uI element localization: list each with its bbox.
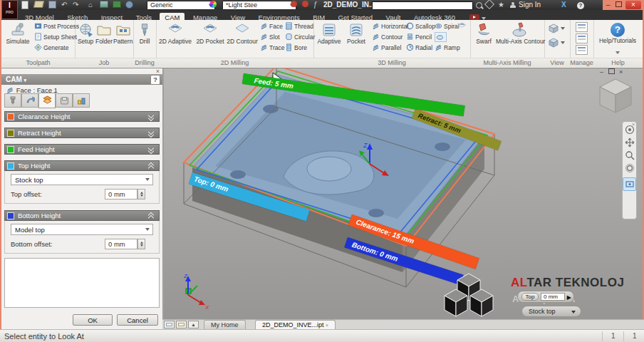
- 2d-pocket-button[interactable]: 2D Pocket: [194, 21, 226, 57]
- post-process-button[interactable]: Post Process: [34, 21, 79, 32]
- horizontal-button[interactable]: Horizontal: [372, 21, 408, 32]
- bottom-height-select[interactable]: Model top: [11, 224, 153, 235]
- trace-button[interactable]: Trace: [260, 43, 284, 53]
- generate-button[interactable]: Generate: [34, 43, 79, 53]
- face-button[interactable]: Face: [260, 21, 284, 32]
- collapse-icon[interactable]: [149, 162, 155, 170]
- tile-windows-icon[interactable]: [164, 321, 175, 328]
- top-offset-stepper[interactable]: [137, 189, 145, 200]
- panel-list-area[interactable]: [4, 258, 160, 308]
- orbit-red2-icon[interactable]: [302, 1, 308, 9]
- section-retract-height[interactable]: Retract Height: [4, 128, 160, 138]
- mini-top-value-input[interactable]: 0 mm: [541, 293, 565, 301]
- search-input[interactable]: [372, 1, 473, 10]
- undo-icon[interactable]: ↶: [61, 1, 67, 9]
- open-icon[interactable]: [34, 1, 43, 9]
- view-face-button[interactable]: [548, 37, 565, 51]
- parallel-button[interactable]: Parallel: [372, 43, 408, 53]
- section-clearance-height[interactable]: Clearance Height: [4, 111, 160, 122]
- mini-stock-select[interactable]: Stock top: [521, 306, 581, 317]
- top-offset-input[interactable]: 0 mm: [105, 189, 137, 200]
- color-wheel-icon[interactable]: [209, 1, 217, 9]
- doc-tab-part-file[interactable]: 2D_DEMO_INVE...ipt ×: [255, 320, 336, 330]
- setup-button[interactable]: Setup: [76, 21, 95, 57]
- material-select[interactable]: Generic: [147, 1, 215, 10]
- manage-tools-button[interactable]: [576, 33, 588, 43]
- panel-header[interactable]: CAM ▾: [1, 74, 162, 85]
- doc-minimize-icon[interactable]: –: [600, 68, 603, 76]
- bottom-offset-input[interactable]: 0 mm: [105, 239, 137, 249]
- sign-in-button[interactable]: Sign In: [519, 1, 541, 9]
- expand-icon[interactable]: [149, 130, 155, 137]
- ok-button[interactable]: OK: [73, 314, 113, 326]
- contour-button[interactable]: Contour: [372, 32, 408, 43]
- globe-icon[interactable]: [125, 1, 133, 9]
- expand-icon[interactable]: [149, 146, 155, 153]
- help-icon[interactable]: ?: [577, 1, 584, 9]
- 2d-adaptive-button[interactable]: 2D Adaptive: [157, 21, 193, 57]
- tab-linking[interactable]: [56, 93, 73, 108]
- favorites-star-icon[interactable]: ★: [498, 1, 504, 9]
- cascade-windows-icon[interactable]: [176, 321, 187, 328]
- slot-button[interactable]: Slot: [260, 32, 284, 43]
- mini-next-icon[interactable]: ▶: [567, 294, 571, 301]
- view-orientation-button[interactable]: [548, 23, 565, 37]
- help-tutorials-button[interactable]: ? Help/Tutorials: [596, 21, 639, 57]
- pattern-button[interactable]: Pattern: [113, 21, 133, 57]
- expand-tabs-icon[interactable]: ▲: [188, 321, 199, 328]
- folder-button[interactable]: Folder: [95, 21, 113, 57]
- swarf-button[interactable]: Swarf: [472, 21, 496, 57]
- pan-icon[interactable]: [625, 138, 635, 147]
- look-at-button[interactable]: [623, 177, 636, 191]
- thread-button[interactable]: Thread: [285, 21, 315, 32]
- snap-icon[interactable]: [486, 1, 493, 9]
- panel-help-button[interactable]: ?: [150, 75, 160, 85]
- spiral-button[interactable]: Spiral: [435, 21, 460, 32]
- circular-button[interactable]: Circular: [285, 32, 315, 43]
- fx-icon[interactable]: ƒ: [313, 1, 318, 9]
- section-bottom-height[interactable]: Bottom Height: [4, 210, 160, 221]
- redo-icon[interactable]: ↷: [73, 1, 78, 9]
- radial-button[interactable]: Radial: [406, 43, 435, 53]
- zoom-icon[interactable]: [625, 150, 635, 160]
- orbit-red-icon[interactable]: [291, 1, 297, 9]
- navigation-bar[interactable]: ×: [622, 121, 637, 219]
- scallop-button[interactable]: Scallop: [406, 21, 435, 32]
- doc-tab-close-icon[interactable]: ×: [326, 323, 328, 328]
- adaptive-button[interactable]: Adaptive: [315, 21, 343, 57]
- tab-heights[interactable]: [38, 93, 56, 108]
- mini-top-button[interactable]: Top: [521, 293, 539, 301]
- viewcube[interactable]: [600, 79, 631, 113]
- pocket-button[interactable]: Pocket: [343, 21, 369, 57]
- orbit-icon[interactable]: [625, 163, 635, 173]
- doc-close-icon[interactable]: ×: [619, 68, 623, 76]
- manage-folder-button[interactable]: [576, 22, 588, 32]
- 2d-contour-button[interactable]: 2D Contour: [226, 21, 259, 57]
- tab-geometry[interactable]: [21, 93, 38, 108]
- restore-button[interactable]: [613, 1, 624, 9]
- 3d-viewport[interactable]: Z Z X Feed: 5 mm Retr: [164, 68, 643, 319]
- search-icon[interactable]: [476, 2, 482, 9]
- tab-tool[interactable]: [4, 93, 21, 108]
- doc-tab-my-home[interactable]: My Home: [204, 320, 246, 330]
- mini-height-toolbar[interactable]: Top 0 mm ▶: [517, 291, 574, 303]
- pencil-button[interactable]: Pencil: [406, 32, 435, 43]
- section-feed-height[interactable]: Feed Height: [4, 144, 160, 155]
- home-icon[interactable]: ⌂: [88, 1, 93, 9]
- doc-restore-icon[interactable]: [608, 68, 615, 74]
- close-button[interactable]: ×: [625, 1, 641, 9]
- user-icon[interactable]: [510, 2, 516, 8]
- setup-sheet-button[interactable]: Setup Sheet: [34, 32, 79, 43]
- navbar-close-icon[interactable]: ×: [632, 122, 635, 127]
- flow-button[interactable]: [457, 21, 468, 32]
- expand-icon[interactable]: [149, 113, 155, 120]
- cancel-button[interactable]: Cancel: [117, 314, 158, 326]
- drill-button[interactable]: Drill: [135, 21, 155, 57]
- top-height-select[interactable]: Stock top: [11, 174, 153, 185]
- new-file-icon[interactable]: [21, 1, 28, 9]
- bore-button[interactable]: Bore: [285, 43, 315, 53]
- multi-axis-contour-button[interactable]: Multi-Axis Contour: [496, 21, 543, 57]
- section-top-height[interactable]: Top Height: [4, 160, 160, 171]
- ramp-button[interactable]: Ramp: [435, 43, 460, 53]
- appearance-select[interactable]: *Light Stee: [222, 1, 296, 10]
